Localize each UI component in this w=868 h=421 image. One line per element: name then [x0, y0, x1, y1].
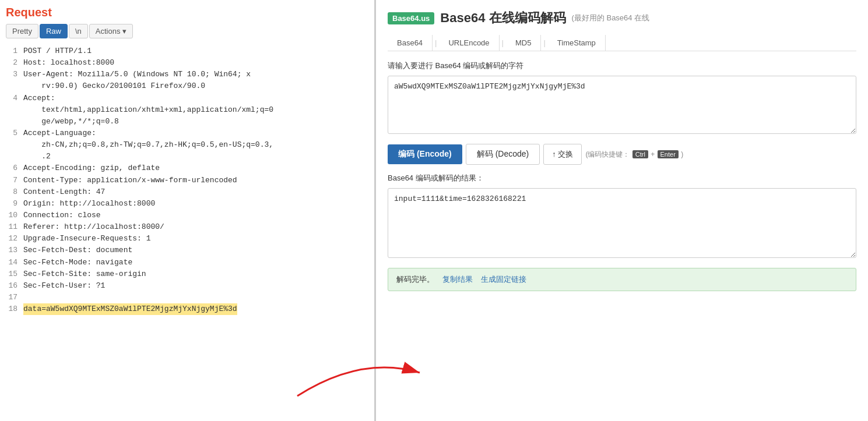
decode-button[interactable]: 解码 (Decode) — [466, 144, 540, 165]
code-line-13: 13 Sec-Fetch-Dest: document — [0, 245, 374, 256]
code-area: 1 POST / HTTP/1.1 2 Host: localhost:8000… — [0, 43, 374, 421]
code-line-15: 15 Sec-Fetch-Site: same-origin — [0, 268, 374, 280]
toolbar: Pretty Raw \n Actions ▾ — [0, 24, 374, 43]
raw-button[interactable]: Raw — [40, 24, 68, 38]
nav-links: Base64 | URLEncode | MD5 | TimeStamp — [388, 35, 856, 51]
code-line-8: 8 Content-Length: 47 — [0, 186, 374, 198]
ctrl-key: Ctrl — [632, 150, 648, 158]
nav-urlencode[interactable]: URLEncode — [439, 35, 499, 51]
nav-timestamp[interactable]: TimeStamp — [548, 35, 606, 51]
nav-base64[interactable]: Base64 — [388, 35, 433, 51]
left-panel: Request Pretty Raw \n Actions ▾ 1 POST /… — [0, 0, 376, 421]
site-header: Base64.us Base64 在线编码解码 (最好用的 Base64 在线 — [388, 9, 856, 27]
site-badge: Base64.us — [388, 12, 434, 24]
code-line-9: 9 Origin: http://localhost:8000 — [0, 198, 374, 210]
code-line-3: 3 User-Agent: Mozilla/5.0 (Windows NT 10… — [0, 69, 374, 92]
decode-result[interactable] — [388, 188, 856, 258]
pretty-button[interactable]: Pretty — [6, 24, 38, 38]
code-line-6: 6 Accept-Encoding: gzip, deflate — [0, 162, 374, 174]
newline-button[interactable]: \n — [69, 24, 88, 38]
input-label: 请输入要进行 Base64 编码或解码的字符 — [388, 61, 856, 71]
chevron-down-icon: ▾ — [122, 27, 126, 36]
code-line-4: 4 Accept: text/html,application/xhtml+xm… — [0, 93, 374, 128]
right-panel: Base64.us Base64 在线编码解码 (最好用的 Base64 在线 … — [376, 0, 868, 421]
exchange-button[interactable]: ↑ 交换 — [543, 144, 582, 165]
code-line-14: 14 Sec-Fetch-Mode: navigate — [0, 257, 374, 268]
actions-button[interactable]: Actions ▾ — [89, 24, 133, 38]
code-line-17: 17 — [0, 292, 374, 303]
request-title: Request — [0, 6, 374, 24]
site-subtitle: (最好用的 Base64 在线 — [572, 13, 650, 23]
code-line-5: 5 Accept-Language: zh-CN,zh;q=0.8,zh-TW;… — [0, 128, 374, 162]
code-line-7: 7 Content-Type: application/x-www-form-u… — [0, 175, 374, 186]
success-text: 解码完毕。 — [396, 274, 434, 285]
action-buttons: 编码 (Encode) 解码 (Decode) ↑ 交换 (编码快捷键： Ctr… — [388, 144, 856, 165]
encode-input[interactable] — [388, 76, 856, 134]
code-line-16: 16 Sec-Fetch-User: ?1 — [0, 280, 374, 292]
enter-key: Enter — [658, 150, 679, 158]
permalink-link[interactable]: 生成固定链接 — [481, 274, 526, 285]
copy-result-link[interactable]: 复制结果 — [442, 274, 473, 285]
site-title: Base64 在线编码解码 — [440, 9, 565, 27]
code-line-18: 18 data=aW5wdXQ9MTExMSZ0aW1lPTE2MjgzMjYx… — [0, 303, 374, 315]
code-line-11: 11 Referer: http://localhost:8000/ — [0, 221, 374, 233]
result-label: Base64 编码或解码的结果： — [388, 173, 856, 183]
encode-button[interactable]: 编码 (Encode) — [388, 144, 462, 164]
code-line-10: 10 Connection: close — [0, 210, 374, 221]
code-line-1: 1 POST / HTTP/1.1 — [0, 45, 374, 57]
code-line-12: 12 Upgrade-Insecure-Requests: 1 — [0, 233, 374, 245]
code-line-2: 2 Host: localhost:8000 — [0, 57, 374, 69]
nav-md5[interactable]: MD5 — [506, 35, 541, 51]
shortcut-hint: (编码快捷键： Ctrl + Enter ) — [585, 150, 683, 160]
success-bar: 解码完毕。 复制结果 生成固定链接 — [388, 268, 856, 291]
